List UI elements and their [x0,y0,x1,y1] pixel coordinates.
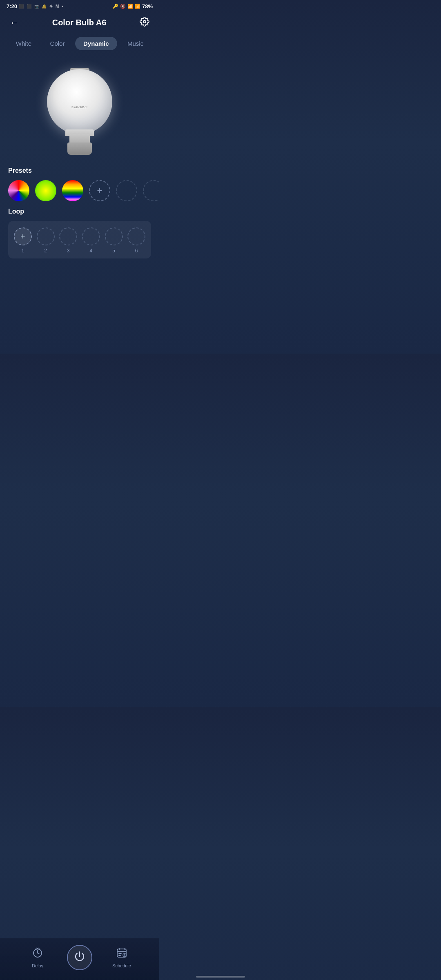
loop-label-6: 6 [135,248,138,254]
loop-empty-5 [105,227,123,245]
status-time: 7:20 [7,3,17,9]
bulb-globe: SwitchBot [47,69,112,134]
status-wifi-icon: 📶 [127,4,133,9]
loop-label-4: 4 [90,248,93,254]
tab-music[interactable]: Music [119,37,151,50]
loop-title: Loop [8,208,151,215]
loop-slot-2: 2 [36,227,56,254]
status-signal-icon: 📶 [135,4,140,9]
loop-label-3: 3 [67,248,70,254]
loop-container: + 1 2 3 4 [8,221,151,258]
settings-button[interactable] [138,15,151,30]
bulb-base [67,143,92,155]
plus-icon: + [97,185,102,196]
loop-empty-3 [59,227,77,245]
preset-add-button[interactable]: + [89,180,110,201]
loop-plus-icon: + [20,232,25,241]
loop-add-button[interactable]: + [14,227,32,245]
loop-empty-4 [82,227,100,245]
status-right-area: 🔑 🔇 📶 📶 78% [113,3,153,9]
loop-row: + 1 2 3 4 [13,227,146,254]
status-icons: ⬛ ⬛ 📷 🔔 ✳ M • [19,4,64,9]
presets-section: Presets + [0,167,159,208]
tab-color[interactable]: Color [42,37,73,50]
loop-slot-3: 3 [58,227,78,254]
back-icon: ← [10,18,19,28]
back-button[interactable]: ← [8,16,20,30]
loop-slot-5: 5 [104,227,124,254]
status-battery: 78% [142,3,153,9]
loop-section: Loop + 1 2 3 [0,208,159,265]
tab-bar: White Color Dynamic Music [0,35,159,57]
status-time-area: 7:20 ⬛ ⬛ 📷 🔔 ✳ M • [7,3,64,9]
presets-title: Presets [8,167,151,174]
preset-item-2[interactable] [35,180,56,201]
settings-icon [140,17,149,29]
page-title: Color Bulb A6 [20,18,138,27]
status-key-icon: 🔑 [113,4,118,9]
preset-empty-1 [116,180,137,201]
loop-empty-2 [37,227,55,245]
preset-empty-2 [143,180,159,201]
bulb-image: SwitchBot [43,65,116,155]
bulb-brand-label: SwitchBot [71,106,88,109]
preset-item-1[interactable] [8,180,29,201]
tab-dynamic[interactable]: Dynamic [75,37,117,50]
preset-item-3[interactable] [62,180,83,201]
bulb-neck [69,134,90,143]
loop-label-1: 1 [21,248,24,254]
loop-empty-6 [127,227,145,245]
loop-slot-4: 4 [81,227,101,254]
status-bar: 7:20 ⬛ ⬛ 📷 🔔 ✳ M • 🔑 🔇 📶 📶 78% [0,0,159,12]
loop-slot-1[interactable]: + 1 [13,227,33,254]
loop-slot-6: 6 [127,227,146,254]
loop-label-2: 2 [44,248,47,254]
bulb-display: SwitchBot [0,57,159,167]
status-mute-icon: 🔇 [120,4,126,9]
presets-row: + [8,180,151,201]
header: ← Color Bulb A6 [0,12,159,35]
loop-label-5: 5 [112,248,115,254]
tab-white[interactable]: White [8,37,40,50]
